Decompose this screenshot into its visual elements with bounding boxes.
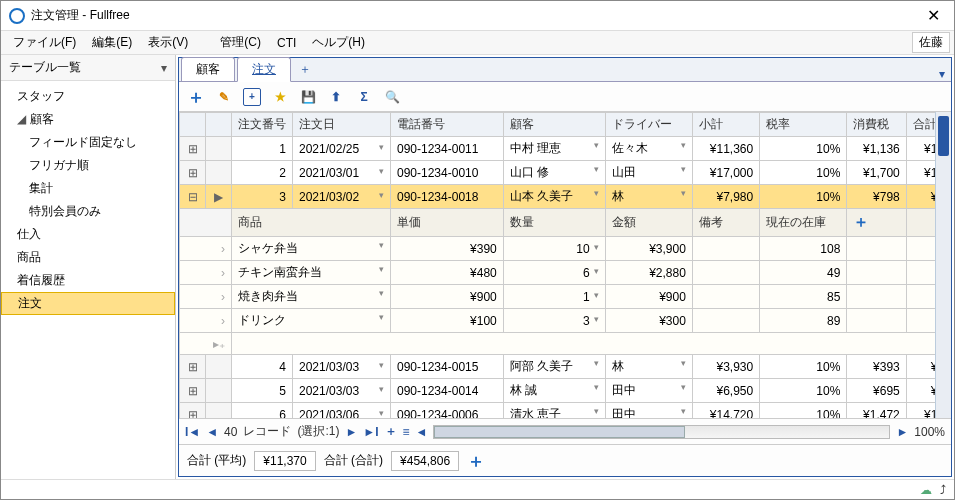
sidebar-tree: スタッフ◢ 顧客フィールド固定なしフリガナ順集計特別会員のみ仕入商品着信履歴注文: [1, 81, 175, 479]
avg-value: ¥11,370: [254, 451, 315, 471]
chevron-down-icon[interactable]: ▾: [161, 61, 167, 75]
col-driver[interactable]: ドライバー: [605, 113, 692, 137]
table-row[interactable]: ⊞12021/02/25090-1234-0011中村 理恵佐々木¥11,360…: [180, 137, 951, 161]
table-row[interactable]: ⊞42021/03/03090-1234-0015阿部 久美子林¥3,93010…: [180, 355, 951, 379]
tab-bar: 顧客 注文 ＋ ▾: [179, 58, 951, 82]
col-tel[interactable]: 電話番号: [391, 113, 504, 137]
close-icon[interactable]: ✕: [921, 6, 946, 25]
vertical-scrollbar[interactable]: [935, 112, 951, 418]
menu-help[interactable]: ヘルプ(H): [304, 32, 373, 53]
sidebar: テーブル一覧 ▾ スタッフ◢ 顧客フィールド固定なしフリガナ順集計特別会員のみ仕…: [1, 55, 176, 479]
sub-table-row[interactable]: ›シャケ弁当¥39010¥3,900108: [180, 237, 951, 261]
cloud-icon[interactable]: ☁: [920, 483, 932, 497]
record-label: レコード: [243, 423, 291, 440]
menu-edit[interactable]: 編集(E): [84, 32, 140, 53]
col-order-date[interactable]: 注文日: [293, 113, 391, 137]
save-icon[interactable]: 💾: [299, 88, 317, 106]
main-panel: 顧客 注文 ＋ ▾ ＋ ✎ + ★ 💾 ⬆ Σ 🔍: [178, 57, 952, 477]
sum-label: 合計 (合計): [324, 452, 383, 469]
data-grid[interactable]: 注文番号 注文日 電話番号 顧客 ドライバー 小計 税率 消費税 合計 ⊞120…: [179, 112, 951, 418]
sidebar-item[interactable]: 仕入: [1, 223, 175, 246]
horizontal-scrollbar[interactable]: [433, 425, 890, 439]
col-taxrate[interactable]: 税率: [760, 113, 847, 137]
sum-value: ¥454,806: [391, 451, 459, 471]
add-column-icon[interactable]: ＋: [847, 209, 906, 237]
sidebar-item[interactable]: ◢ 顧客: [1, 108, 175, 131]
summary-add-icon[interactable]: ＋: [467, 452, 485, 470]
summary-bar: 合計 (平均) ¥11,370 合計 (合計) ¥454,806 ＋: [179, 444, 951, 476]
expand-toggle[interactable]: ⊞: [180, 379, 206, 403]
toolbar: ＋ ✎ + ★ 💾 ⬆ Σ 🔍: [179, 82, 951, 112]
col-subtotal[interactable]: 小計: [692, 113, 759, 137]
record-navigator: I◄ ◄ 40 レコード (選択:1) ► ►I ＋ ≡ ◄ ► 100%: [179, 418, 951, 444]
sidebar-item[interactable]: フリガナ順: [1, 154, 175, 177]
new-record-icon[interactable]: +: [243, 88, 261, 106]
expand-toggle[interactable]: ⊞: [180, 403, 206, 419]
activity-icon[interactable]: ⤴: [940, 483, 946, 497]
edit-icon[interactable]: ✎: [215, 88, 233, 106]
sum-icon[interactable]: Σ: [355, 88, 373, 106]
nav-last-icon[interactable]: ►I: [363, 425, 378, 439]
tabs-dropdown-icon[interactable]: ▾: [933, 67, 951, 81]
nav-prev-icon[interactable]: ◄: [206, 425, 218, 439]
sidebar-header: テーブル一覧 ▾: [1, 55, 175, 81]
sidebar-item[interactable]: 注文: [1, 292, 175, 315]
table-row[interactable]: ⊞62021/03/06090-1234-0006清水 恵子田中¥14,7201…: [180, 403, 951, 419]
app-icon: [9, 8, 25, 24]
column-header-row: 注文番号 注文日 電話番号 顧客 ドライバー 小計 税率 消費税 合計: [180, 113, 951, 137]
avg-label: 合計 (平均): [187, 452, 246, 469]
expand-toggle[interactable]: ⊞: [180, 137, 206, 161]
zoom-percent: 100%: [914, 425, 945, 439]
menu-manage[interactable]: 管理(C): [212, 32, 269, 53]
user-label[interactable]: 佐藤: [912, 32, 950, 53]
menu-view[interactable]: 表示(V): [140, 32, 196, 53]
sidebar-item[interactable]: 集計: [1, 177, 175, 200]
sidebar-item[interactable]: 商品: [1, 246, 175, 269]
sub-table-row[interactable]: ›焼き肉弁当¥9001¥90085: [180, 285, 951, 309]
sub-table-row[interactable]: ›チキン南蛮弁当¥4806¥2,88049: [180, 261, 951, 285]
nav-next-icon[interactable]: ►: [345, 425, 357, 439]
tab-add-button[interactable]: ＋: [291, 58, 319, 81]
expand-toggle[interactable]: ⊞: [180, 161, 206, 185]
selection-label: (選択:1): [297, 423, 339, 440]
nav-collapse-icon[interactable]: ≡: [403, 425, 410, 439]
export-icon[interactable]: ⬆: [327, 88, 345, 106]
table-row[interactable]: ⊞52021/03/03090-1234-0014林 誠田中¥6,95010%¥…: [180, 379, 951, 403]
col-customer[interactable]: 顧客: [503, 113, 605, 137]
menu-cti[interactable]: CTI: [269, 34, 304, 52]
tab-customer[interactable]: 顧客: [181, 57, 235, 81]
menubar: ファイル(F) 編集(E) 表示(V) 管理(C) CTI ヘルプ(H) 佐藤: [1, 31, 954, 55]
nav-first-icon[interactable]: I◄: [185, 425, 200, 439]
expand-toggle[interactable]: ⊟: [180, 185, 206, 209]
sidebar-item[interactable]: フィールド固定なし: [1, 131, 175, 154]
table-row[interactable]: ⊞22021/03/01090-1234-0010山口 修山田¥17,00010…: [180, 161, 951, 185]
table-row[interactable]: ⊟▶32021/03/02090-1234-0018山本 久美子林¥7,9801…: [180, 185, 951, 209]
tab-order[interactable]: 注文: [237, 57, 291, 82]
record-count: 40: [224, 425, 237, 439]
window-title: 注文管理 - Fullfree: [31, 7, 921, 24]
add-icon[interactable]: ＋: [187, 88, 205, 106]
expand-column: [180, 113, 206, 137]
search-icon[interactable]: 🔍: [383, 88, 401, 106]
col-tax[interactable]: 消費税: [847, 113, 906, 137]
nav-add-icon[interactable]: ＋: [385, 423, 397, 440]
hscroll-right-icon[interactable]: ►: [896, 425, 908, 439]
statusbar: ☁ ⤴: [1, 479, 954, 499]
menu-file[interactable]: ファイル(F): [5, 32, 84, 53]
sidebar-item[interactable]: スタッフ: [1, 85, 175, 108]
sidebar-item[interactable]: 着信履歴: [1, 269, 175, 292]
star-icon[interactable]: ★: [271, 88, 289, 106]
expand-toggle[interactable]: ⊞: [180, 355, 206, 379]
col-order-no[interactable]: 注文番号: [232, 113, 293, 137]
sidebar-title: テーブル一覧: [9, 59, 81, 76]
hscroll-left-icon[interactable]: ◄: [416, 425, 428, 439]
titlebar: 注文管理 - Fullfree ✕: [1, 1, 954, 31]
sidebar-item[interactable]: 特別会員のみ: [1, 200, 175, 223]
sub-table-row[interactable]: ›ドリンク¥1003¥30089: [180, 309, 951, 333]
